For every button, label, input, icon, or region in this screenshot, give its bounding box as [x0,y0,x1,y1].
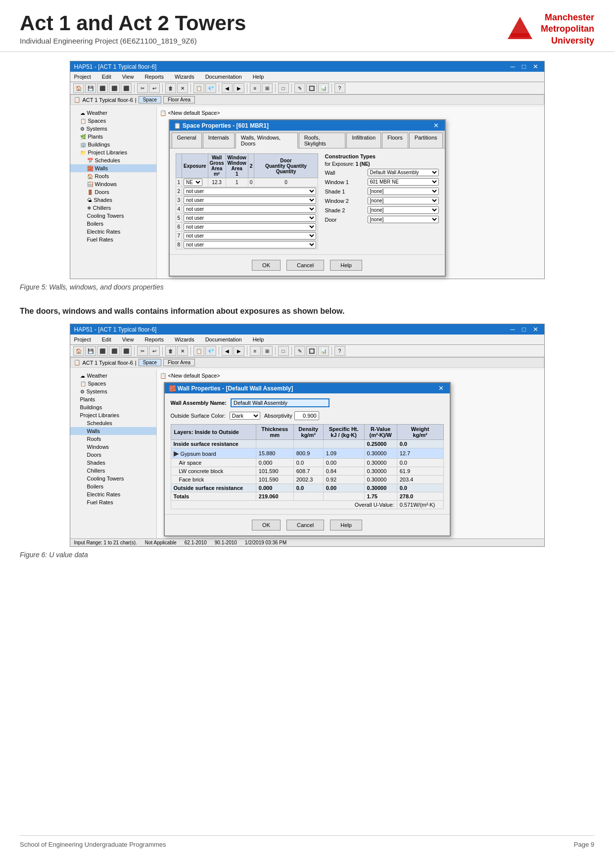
toolbar-btn6[interactable]: ✂ [137,83,148,93]
sidebar2-item-shades[interactable]: Shades [70,459,156,467]
toolbar-btn9[interactable]: ✕ [177,83,188,93]
sidebar2-item-systems[interactable]: ⚙ Systems [70,387,156,395]
menu-documentation-fig2[interactable]: Documentation [203,336,244,343]
tb2-btn17[interactable]: ✎ [294,346,305,356]
close-button-fig1[interactable]: ✕ [531,63,540,70]
toolbar-btn18[interactable]: 🔲 [306,83,317,93]
menu-documentation-fig1[interactable]: Documentation [203,73,244,81]
tb2-btn5[interactable]: ⬛ [121,346,132,356]
menu-project-fig1[interactable]: Project [72,73,93,81]
cancel-button-fig2[interactable]: Cancel [286,520,324,530]
breadcrumb-tab-floorarea-fig2[interactable]: Floor Area [163,359,195,366]
window1-select[interactable]: 601 MBR NE [368,178,439,186]
sidebar-item-walls-fig1[interactable]: 🧱 Walls [70,164,156,172]
toolbar-btn13[interactable]: ▶ [234,83,244,93]
tb2-btn8[interactable]: 🗑 [165,346,176,356]
window2-select[interactable]: [none] [368,197,439,204]
breadcrumb-tab-space-fig2[interactable]: Space [139,359,161,366]
toolbar-btn16[interactable]: □ [278,83,289,93]
toolbar-btn19[interactable]: 📊 [318,83,329,93]
breadcrumb-tab-floorarea[interactable]: Floor Area [163,96,195,103]
toolbar-btn8[interactable]: 🗑 [165,83,176,93]
toolbar-btn3[interactable]: ⬛ [97,83,108,93]
sidebar-item-boilers-fig1[interactable]: Boilers [70,220,156,228]
sidebar-item-roofs-fig1[interactable]: 🏠 Roofs [70,172,156,180]
minimize-button-fig2[interactable]: ─ [508,326,517,333]
menu-wizards-fig2[interactable]: Wizards [173,336,196,343]
sidebar-item-electricrates-fig1[interactable]: Electric Rates [70,228,156,236]
sidebar2-item-boilers[interactable]: Boilers [70,482,156,490]
tab-internals[interactable]: Internals [203,133,235,148]
tb2-btn9[interactable]: ✕ [177,346,188,356]
tab-floors[interactable]: Floors [382,133,408,148]
menu-view-fig1[interactable]: View [120,73,136,81]
tb2-btn12[interactable]: ◀ [222,346,233,356]
absorptivity-input[interactable] [294,411,319,420]
toolbar-btn5[interactable]: ⬛ [121,83,132,93]
toolbar-btn20[interactable]: ? [334,83,345,93]
help-button-fig2[interactable]: Help [330,520,362,530]
sidebar2-item-windows[interactable]: Windows [70,443,156,451]
close-button-fig2[interactable]: ✕ [531,326,540,333]
tb2-btn14[interactable]: ≡ [250,346,261,356]
help-button-fig1[interactable]: Help [330,260,362,271]
door-select[interactable]: [none] [368,216,439,223]
breadcrumb-tab-space[interactable]: Space [139,96,161,103]
exp-select-1[interactable]: NE [184,179,202,186]
tab-general[interactable]: General [172,133,202,148]
tb2-btn10[interactable]: 📋 [193,346,204,356]
exp-select-4[interactable]: not user [184,205,316,213]
toolbar-btn7[interactable]: ↩ [149,83,160,93]
toolbar-btn1[interactable]: 🏠 [73,83,84,93]
sidebar2-item-roofs[interactable]: Roofs [70,435,156,443]
menu-help-fig2[interactable]: Help [251,336,266,343]
tab-walls-windows-doors[interactable]: Walls, Windows, Doors [236,133,298,148]
tb2-btn15[interactable]: ⊞ [262,346,273,356]
dialog-close-fig2[interactable]: ✕ [436,385,446,392]
sidebar-item-buildings-fig1[interactable]: 🏢 Buildings [70,141,156,148]
menu-edit-fig1[interactable]: Edit [100,73,113,81]
sidebar2-item-fuelrates[interactable]: Fuel Rates [70,498,156,506]
menu-view-fig2[interactable]: View [120,336,136,343]
exp-select-6[interactable]: not user [184,223,316,231]
menu-reports-fig2[interactable]: Reports [142,336,166,343]
sidebar2-item-coolingtowers[interactable]: Cooling Towers [70,475,156,482]
exp-select-7[interactable]: not user [184,232,316,240]
menu-reports-fig1[interactable]: Reports [142,73,166,81]
sidebar2-item-plants[interactable]: Plants [70,395,156,403]
sidebar2-item-chillers[interactable]: Chillers [70,467,156,475]
sidebar-item-projlibs-fig1[interactable]: 📁 Project Libraries [70,148,156,156]
tb2-btn11[interactable]: 💎 [205,346,216,356]
sidebar-item-weather-fig1[interactable]: ☁ Weather [70,109,156,117]
toolbar-btn11[interactable]: 💎 [205,83,216,93]
toolbar-btn2[interactable]: 💾 [85,83,96,93]
ok-button-fig2[interactable]: OK [252,520,281,530]
toolbar-btn4[interactable]: ⬛ [109,83,120,93]
sidebar2-item-electricrates[interactable]: Electric Rates [70,490,156,498]
sidebar-item-coolingtowers-fig1[interactable]: Cooling Towers [70,212,156,220]
restore-button-fig2[interactable]: □ [520,326,528,333]
sidebar2-item-spaces[interactable]: 📋 Spaces [70,380,156,387]
shade1-select[interactable]: [none] [368,188,439,195]
restore-button-fig1[interactable]: □ [520,63,528,70]
cancel-button-fig1[interactable]: Cancel [286,260,324,271]
tab-roofs-skylights[interactable]: Roofs, Skylights [299,133,346,148]
tb2-btn1[interactable]: 🏠 [73,346,84,356]
ok-button-fig1[interactable]: OK [252,260,281,271]
tb2-btn3[interactable]: ⬛ [97,346,108,356]
tb2-btn4[interactable]: ⬛ [109,346,120,356]
tab-partitions[interactable]: Partitions [409,133,443,148]
exp-select-8[interactable]: not user [184,241,316,248]
sidebar2-item-buildings[interactable]: Buildings [70,403,156,411]
sidebar2-item-projlibs[interactable]: Project Libraries [70,411,156,419]
sidebar-item-plants-fig1[interactable]: 🌿 Plants [70,133,156,141]
toolbar-btn15[interactable]: ⊞ [262,83,273,93]
tab-infiltration[interactable]: Infiltration [346,133,381,148]
menu-help-fig1[interactable]: Help [251,73,266,81]
outside-color-select[interactable]: Dark Medium Light [230,412,260,420]
sidebar-item-shades-fig1[interactable]: 🌤 Shades [70,196,156,204]
menu-edit-fig2[interactable]: Edit [100,336,113,343]
sidebar2-item-weather[interactable]: ☁ Weather [70,372,156,380]
tb2-btn20[interactable]: ? [334,346,345,356]
sidebar-item-systems-fig1[interactable]: ⚙ Systems [70,125,156,133]
